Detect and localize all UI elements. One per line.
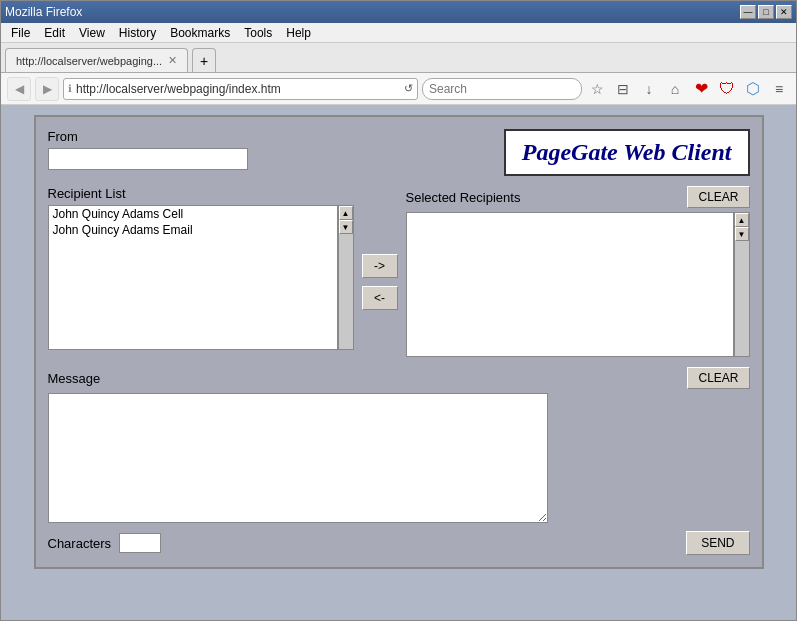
scroll-up-btn[interactable]: ▲ [339,206,353,220]
tab-label: http://localserver/webpaging... [16,55,162,67]
list-item[interactable]: John Quincy Adams Email [49,222,337,238]
title-bar-text: Mozilla Firefox [5,5,82,19]
recipient-list-label: Recipient List [48,186,354,201]
app-title-box: PageGate Web Client [504,129,750,176]
arrow-buttons: -> <- [354,206,406,357]
download-icon[interactable]: ↓ [638,78,660,100]
bookmark-star-icon[interactable]: ☆ [586,78,608,100]
menu-tools[interactable]: Tools [238,24,278,42]
characters-section: Characters [48,533,162,553]
address-input[interactable] [76,82,400,96]
tab-bar: http://localserver/webpaging... ✕ + [1,43,796,73]
ua-icon[interactable]: 🛡 [716,78,738,100]
search-bar [422,78,582,100]
search-input[interactable] [429,82,575,96]
scroll-down-btn[interactable]: ▼ [339,220,353,234]
message-section: Message CLEAR [48,367,750,523]
clear-message-button[interactable]: CLEAR [687,367,749,389]
forward-button[interactable]: ▶ [35,77,59,101]
info-icon: ℹ [68,83,72,94]
add-recipient-button[interactable]: -> [362,254,398,278]
menu-edit[interactable]: Edit [38,24,71,42]
recipient-middle: Recipient List John Quincy Adams Cell Jo… [48,186,750,357]
remove-recipient-button[interactable]: <- [362,286,398,310]
characters-input[interactable] [119,533,161,553]
bottom-row: Characters SEND [48,531,750,555]
sync-icon[interactable]: ⬡ [742,78,764,100]
back-button[interactable]: ◀ [7,77,31,101]
pocket-icon[interactable]: ❤ [690,78,712,100]
window-frame: Mozilla Firefox — □ ✕ File Edit View His… [0,0,797,621]
menu-icon[interactable]: ≡ [768,78,790,100]
recipient-list-scrollbar[interactable]: ▲ ▼ [338,205,354,350]
minimize-button[interactable]: — [740,5,756,19]
menu-file[interactable]: File [5,24,36,42]
message-textarea[interactable] [48,393,548,523]
from-label: From [48,129,248,144]
selected-recipients-label: Selected Recipients [406,190,521,205]
selected-recipients-box[interactable] [406,212,734,357]
send-button[interactable]: SEND [686,531,749,555]
browser-tab[interactable]: http://localserver/webpaging... ✕ [5,48,188,72]
selected-section: Selected Recipients CLEAR ▲ ▼ [406,186,750,357]
clear-recipients-button[interactable]: CLEAR [687,186,749,208]
from-input[interactable] [48,148,248,170]
forward-icon: ▶ [43,82,52,96]
content-area: From PageGate Web Client Recipient List … [1,105,796,620]
selected-header: Selected Recipients CLEAR [406,186,750,208]
maximize-button[interactable]: □ [758,5,774,19]
selected-scroll-down-btn[interactable]: ▼ [735,227,749,241]
menu-bar: File Edit View History Bookmarks Tools H… [1,23,796,43]
characters-label: Characters [48,536,112,551]
title-bar: Mozilla Firefox — □ ✕ [1,1,796,23]
pgwc-container: From PageGate Web Client Recipient List … [34,115,764,569]
tab-close-icon[interactable]: ✕ [168,54,177,67]
reader-view-icon[interactable]: ⊟ [612,78,634,100]
menu-history[interactable]: History [113,24,162,42]
selected-scroll-up-btn[interactable]: ▲ [735,213,749,227]
title-bar-controls: — □ ✕ [740,5,792,19]
from-section: From [48,129,248,170]
new-tab-button[interactable]: + [192,48,216,72]
nav-bar: ◀ ▶ ℹ ↺ ☆ ⊟ ↓ ⌂ ❤ 🛡 ⬡ ≡ [1,73,796,105]
selected-scrollbar[interactable]: ▲ ▼ [734,212,750,357]
recipient-list-box[interactable]: John Quincy Adams Cell John Quincy Adams… [48,205,338,350]
close-button[interactable]: ✕ [776,5,792,19]
back-icon: ◀ [15,82,24,96]
list-item[interactable]: John Quincy Adams Cell [49,206,337,222]
menu-view[interactable]: View [73,24,111,42]
home-icon[interactable]: ⌂ [664,78,686,100]
address-bar: ℹ ↺ [63,78,418,100]
recipient-list-section: Recipient List John Quincy Adams Cell Jo… [48,186,354,357]
menu-bookmarks[interactable]: Bookmarks [164,24,236,42]
title-bar-left: Mozilla Firefox [5,5,82,19]
menu-help[interactable]: Help [280,24,317,42]
message-label: Message [48,371,101,386]
refresh-icon[interactable]: ↺ [404,82,413,95]
pgwc-header: From PageGate Web Client [48,129,750,176]
